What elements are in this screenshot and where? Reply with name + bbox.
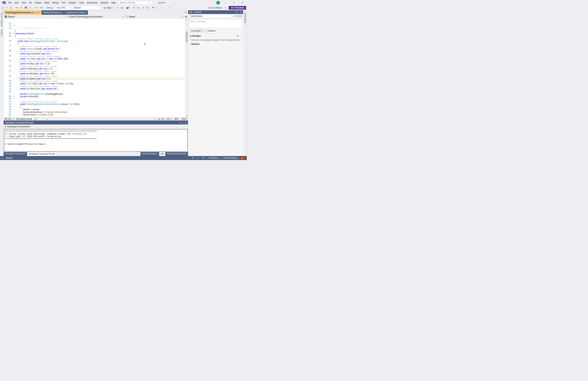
undo-icon[interactable]: ↶▾: [34, 6, 39, 10]
nav-member-combo[interactable]: 🔧 Speed: [125, 15, 184, 19]
incoming-count[interactable]: ✎ 0: [201, 157, 205, 159]
scroll-up-icon[interactable]: ▴: [185, 19, 188, 21]
overflow-icon[interactable]: ▾: [167, 6, 171, 10]
terminal-body[interactable]: ****************************************…: [4, 129, 188, 152]
menu-project[interactable]: Project: [33, 1, 43, 5]
menu-tools[interactable]: Tools: [78, 1, 85, 5]
nav-project-combo[interactable]: C# ShareX: [4, 15, 65, 19]
side-tab-server-explorer[interactable]: Server Explorer: [0, 11, 3, 28]
fetch-icon[interactable]: ⤓: [235, 15, 237, 18]
spaces-label[interactable]: SPC: [174, 118, 179, 120]
panel-close-icon[interactable]: ✕: [185, 121, 187, 124]
step-icon[interactable]: ⎆: [116, 6, 120, 10]
platform-combo[interactable]: Any CPU: [55, 6, 72, 10]
tool-icon-4[interactable]: ⚐: [159, 6, 163, 10]
tab-settings-icon[interactable]: ✲: [186, 11, 187, 14]
commit-button[interactable]: Commit All: [189, 29, 204, 33]
terminal-tab[interactable]: Developer PowerShell: [4, 152, 27, 156]
indent-icon[interactable]: ≡: [132, 6, 136, 10]
tool-icon-5[interactable]: ⚐: [163, 6, 167, 10]
nav-fwd-icon[interactable]: ▾: [5, 6, 9, 10]
doc-tab[interactable]: EasterEggAboutAnimation.cs📌✕: [4, 10, 42, 15]
scroll-thumb[interactable]: [186, 31, 188, 42]
nav-back-icon[interactable]: ◯: [1, 6, 4, 10]
minimize-button[interactable]: ─: [221, 0, 229, 5]
bookmark-icon[interactable]: ⚑: [151, 6, 155, 10]
outdent-icon[interactable]: ≣: [136, 6, 140, 10]
nav-fwd2-icon[interactable]: ◯: [9, 6, 13, 10]
repo-label[interactable]: ⎇ ShareX ▴: [207, 157, 219, 159]
startup-project-combo[interactable]: ShareX: [72, 6, 102, 10]
panel-pin-icon[interactable]: ⟂: [238, 11, 239, 13]
avatar[interactable]: TG: [216, 1, 220, 4]
pin-icon[interactable]: 📌: [35, 12, 37, 14]
tool-icon-1[interactable]: ▦: [120, 6, 124, 10]
close-icon[interactable]: ✕: [38, 12, 40, 14]
code-editor[interactable]: 3132333435363738394041424344454647484950…: [4, 19, 188, 117]
config-combo[interactable]: Debug: [45, 6, 55, 10]
lineending-label[interactable]: CRLF: [181, 118, 187, 120]
sync-icon[interactable]: ⟳: [192, 157, 194, 159]
redo-icon[interactable]: ↷▾: [39, 6, 43, 10]
panel-pin-icon[interactable]: ⟂: [182, 121, 184, 124]
panel-dropdown-icon[interactable]: ▾: [180, 121, 181, 124]
nav-split-icon[interactable]: ✚: [184, 15, 188, 19]
tool-window-tab[interactable]: Solution Explorer: [141, 152, 159, 156]
menu-git[interactable]: Git: [28, 1, 33, 5]
side-tab-notifications[interactable]: Notifications: [244, 11, 247, 25]
menu-edit[interactable]: Edit: [13, 1, 20, 5]
notification-bell[interactable]: 🔔8: [240, 157, 245, 160]
tool-icon-2[interactable]: ▣▾: [126, 6, 130, 10]
close-button[interactable]: ✕: [239, 0, 246, 5]
menu-view[interactable]: View: [20, 1, 28, 5]
tool-window-tab[interactable]: Git: [159, 152, 165, 156]
save-all-icon[interactable]: ⎘: [28, 6, 32, 10]
maximize-button[interactable]: ☐: [230, 0, 237, 5]
zoom-combo[interactable]: 99 % ▾: [5, 118, 11, 120]
menu-debug[interactable]: Debug: [51, 1, 60, 5]
hscroll-right-icon[interactable]: ▸: [154, 118, 155, 120]
terminal-tab[interactable]: Developer Command Prompt: [27, 152, 57, 156]
solution-label[interactable]: ShareX: [156, 1, 168, 5]
lightbulb-icon[interactable]: 💡▾: [34, 118, 38, 120]
tool-icon-3[interactable]: ⚐: [155, 6, 159, 10]
open-icon[interactable]: 📂: [20, 6, 23, 10]
menu-help[interactable]: Help: [110, 1, 117, 5]
scroll-down-icon[interactable]: ▾: [185, 115, 188, 117]
search-input[interactable]: Search (Ctrl+Q): [119, 1, 152, 5]
hscroll-left-icon[interactable]: ◂: [47, 118, 48, 120]
panel-dropdown-icon[interactable]: ▾: [235, 11, 236, 13]
doc-tab[interactable]: BalloonTipAction.cs: [42, 10, 64, 15]
tool-window-tab[interactable]: Python Environments: [165, 152, 188, 156]
stage-all-icon[interactable]: ✚: [237, 35, 238, 37]
amend-checkbox[interactable]: Amend: [206, 30, 215, 32]
branch-label[interactable]: ⌥ NewFeature ▴: [221, 157, 238, 159]
pull-icon[interactable]: ⬇: [238, 15, 240, 18]
doc-tab[interactable]: ApplicationConfig.cs: [64, 10, 88, 15]
branch-combo[interactable]: NewFeature: [189, 14, 234, 18]
menu-window[interactable]: Window: [99, 1, 110, 5]
menu-file[interactable]: File: [7, 1, 13, 5]
menu-extensions[interactable]: Extensions: [85, 1, 99, 5]
panel-close-icon[interactable]: ✕: [240, 11, 242, 13]
more-icon[interactable]: ⋯: [240, 35, 242, 37]
new-shell-button[interactable]: Developer PowerShell ▾: [7, 125, 30, 128]
menu-test[interactable]: Test: [60, 1, 67, 5]
menu-build[interactable]: Build: [43, 1, 51, 5]
outgoing-count[interactable]: ↑ 1: [196, 157, 199, 159]
new-item-icon[interactable]: ✚▾: [15, 6, 19, 10]
comment-icon[interactable]: ⩸: [146, 6, 149, 10]
tab-overflow-icon[interactable]: ▾: [184, 12, 185, 13]
feedback-icon[interactable]: ☺: [224, 6, 228, 10]
start-button[interactable]: ▶ Start ▾: [103, 6, 114, 10]
issues-label[interactable]: No issues found: [16, 118, 32, 120]
menu-analyze[interactable]: Analyze: [67, 1, 78, 5]
vertical-scrollbar[interactable]: ▴ ▾: [185, 19, 188, 117]
format-icon[interactable]: ≡: [142, 6, 145, 10]
push-icon[interactable]: ⬆: [240, 15, 242, 18]
changes-section-header[interactable]: ◢ Changes ✚ ⋯: [188, 34, 243, 38]
nav-type-combo[interactable]: ⬗ ShareX.EasterEggAboutAnimation: [65, 15, 125, 19]
commit-message-input[interactable]: Enter a message: [189, 20, 242, 28]
save-icon[interactable]: 💾: [24, 6, 28, 10]
liveshare-button[interactable]: Live Share: [207, 6, 223, 9]
